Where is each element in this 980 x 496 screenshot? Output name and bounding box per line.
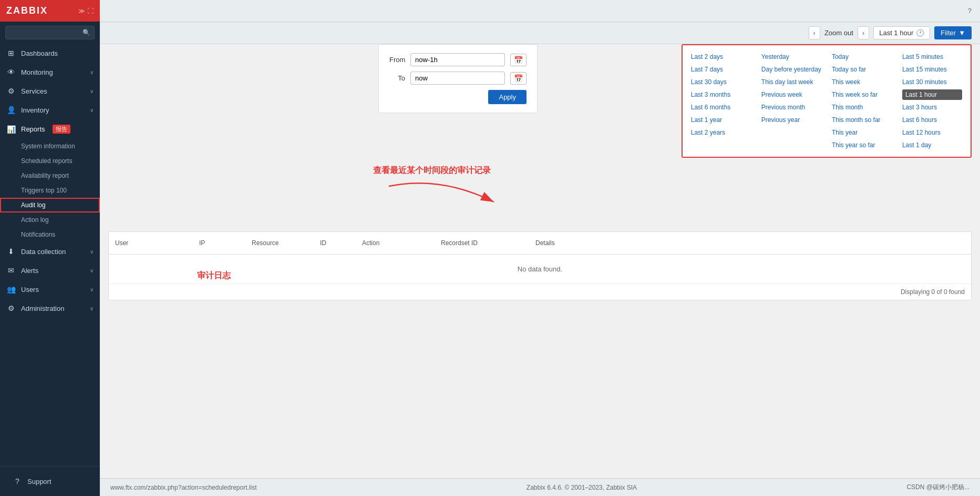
fullscreen-icon[interactable]: ⛶: [87, 7, 94, 15]
app-container: ZABBIX ≫ ⛶ 🔍 ⊞ Dashboards 👁 Monitoring ∨: [0, 0, 980, 496]
qs-last-1-hour[interactable]: Last 1 hour: [902, 89, 962, 100]
from-calendar-button[interactable]: 📅: [510, 54, 527, 66]
sidebar-subitem-triggers-top-100[interactable]: Triggers top 100: [0, 183, 100, 198]
qs-last-3-months[interactable]: Last 3 months: [691, 89, 751, 100]
chevron-down-icon: ∨: [90, 268, 94, 274]
logo-icons: ≫ ⛶: [78, 7, 94, 15]
sidebar-item-label: Users: [21, 286, 39, 293]
qs-day-before-yesterday[interactable]: Day before yesterday: [761, 64, 821, 75]
sidebar-item-services[interactable]: ⚙ Services ∨: [0, 82, 100, 100]
footer-right: CSDN @碳烤小肥杨...: [906, 483, 969, 492]
administration-icon: ⚙: [6, 304, 16, 312]
to-label: To: [389, 74, 405, 82]
filter-form: From 📅 To 📅 Apply: [378, 44, 538, 113]
qs-today-so-far[interactable]: Today so far: [832, 64, 892, 75]
no-data-message: No data found.: [109, 255, 971, 284]
sidebar-subitem-system-info[interactable]: System information: [0, 139, 100, 154]
sidebar-item-inventory[interactable]: 👤 Inventory ∨: [0, 100, 100, 119]
search-icon: 🔍: [82, 29, 90, 36]
sidebar-subitem-notifications[interactable]: Notifications: [0, 227, 100, 242]
from-input[interactable]: [410, 53, 505, 66]
qs-previous-year[interactable]: Previous year: [761, 115, 821, 125]
sidebar-item-label: Reports: [21, 125, 45, 133]
qs-last-30-min[interactable]: Last 30 minutes: [902, 77, 962, 87]
inventory-icon: 👤: [6, 106, 16, 114]
qs-empty-1: [761, 127, 821, 138]
qs-this-year[interactable]: This year: [832, 127, 892, 138]
sidebar-item-support[interactable]: ? Support: [6, 472, 94, 491]
footer-url: www.ftx.com/zabbix.php?action=scheduledr…: [110, 484, 256, 491]
qs-empty-2: [691, 140, 751, 150]
support-icon: ?: [13, 477, 22, 485]
sidebar-subitem-audit-log[interactable]: Audit log: [0, 198, 100, 212]
alerts-icon: ✉: [6, 266, 16, 275]
qs-last-6-hours[interactable]: Last 6 hours: [902, 115, 962, 125]
qs-yesterday[interactable]: Yesterday: [761, 52, 821, 62]
content-header: ‹ Zoom out › Last 1 hour 🕐 Filter ▼: [100, 22, 980, 44]
apply-button[interactable]: Apply: [488, 90, 527, 104]
chevron-down-icon: ∨: [90, 287, 94, 292]
qs-last-6-months[interactable]: Last 6 months: [691, 102, 751, 113]
main-content: ? ‹ Zoom out › Last 1 hour 🕐 Filter ▼ Fr…: [100, 0, 980, 496]
sidebar-item-reports[interactable]: 📊 Reports 报告: [0, 119, 100, 139]
qs-previous-month[interactable]: Previous month: [761, 102, 821, 113]
qs-this-day-last-week[interactable]: This day last week: [761, 77, 821, 87]
last-hour-selector[interactable]: Last 1 hour 🕐: [873, 26, 930, 39]
zoom-back-button[interactable]: ‹: [809, 26, 820, 39]
sidebar-nav: ⊞ Dashboards 👁 Monitoring ∨ ⚙ Services ∨…: [0, 44, 100, 466]
to-calendar-button[interactable]: 📅: [510, 72, 527, 85]
services-icon: ⚙: [6, 87, 16, 95]
sidebar-item-alerts[interactable]: ✉ Alerts ∨: [0, 261, 100, 280]
qs-last-3-hours[interactable]: Last 3 hours: [902, 102, 962, 113]
col-action: Action: [356, 236, 435, 250]
qs-last-7-days[interactable]: Last 7 days: [691, 64, 751, 75]
dashboards-icon: ⊞: [6, 49, 16, 57]
qs-last-2-days[interactable]: Last 2 days: [691, 52, 751, 62]
search-wrap: 🔍: [5, 26, 95, 39]
reports-badge: 报告: [53, 125, 70, 134]
sidebar-subitem-scheduled-reports[interactable]: Scheduled reports: [0, 154, 100, 168]
sidebar-item-label: Support: [27, 478, 51, 485]
logo-text: ZABBIX: [6, 5, 48, 16]
qs-this-month[interactable]: This month: [832, 102, 892, 113]
sidebar-item-label: Dashboards: [21, 49, 58, 57]
expand-icon[interactable]: ≫: [78, 7, 85, 15]
qs-previous-week[interactable]: Previous week: [761, 89, 821, 100]
qs-this-year-so-far[interactable]: This year so far: [832, 140, 892, 150]
sidebar-item-monitoring[interactable]: 👁 Monitoring ∨: [0, 63, 100, 82]
to-row: To 📅: [389, 72, 527, 85]
reports-icon: 📊: [6, 125, 16, 134]
sidebar-item-administration[interactable]: ⚙ Administration ∨: [0, 299, 100, 318]
filter-button[interactable]: Filter ▼: [934, 26, 972, 39]
zoom-forward-button[interactable]: ›: [858, 26, 869, 39]
displaying-count: Displaying 0 of 0 found: [109, 284, 971, 300]
quick-select-panel: Last 2 days Yesterday Today Last 5 minut…: [682, 44, 972, 158]
sidebar-item-label: Data collection: [21, 248, 66, 256]
sidebar-item-dashboards[interactable]: ⊞ Dashboards: [0, 44, 100, 63]
qs-last-15-min[interactable]: Last 15 minutes: [902, 64, 962, 75]
search-input[interactable]: [5, 26, 95, 39]
sidebar-item-users[interactable]: 👥 Users ∨: [0, 280, 100, 299]
table-area: User IP Resource ID Action Recordset ID …: [108, 231, 972, 300]
annotation-hint: 查看最近某个时间段的审计记录: [373, 165, 491, 176]
qs-this-month-so-far[interactable]: This month so far: [832, 115, 892, 125]
qs-last-5-min[interactable]: Last 5 minutes: [902, 52, 962, 62]
qs-this-week[interactable]: This week: [832, 77, 892, 87]
chevron-down-icon: ∨: [90, 306, 94, 311]
to-input[interactable]: [410, 72, 505, 85]
table-header: User IP Resource ID Action Recordset ID …: [109, 232, 971, 255]
sidebar-item-label: Alerts: [21, 267, 38, 275]
qs-last-12-hours[interactable]: Last 12 hours: [902, 127, 962, 138]
qs-last-2-years[interactable]: Last 2 years: [691, 127, 751, 138]
qs-last-1-year[interactable]: Last 1 year: [691, 115, 751, 125]
qs-last-30-days[interactable]: Last 30 days: [691, 77, 751, 87]
content-body: From 📅 To 📅 Apply Last 2 days Yesterday …: [100, 44, 980, 478]
sidebar-item-data-collection[interactable]: ⬇ Data collection ∨: [0, 242, 100, 261]
qs-this-week-so-far[interactable]: This week so far: [832, 89, 892, 100]
help-icon[interactable]: ?: [968, 7, 972, 15]
filter-label: Filter: [941, 29, 956, 37]
qs-last-1-day[interactable]: Last 1 day: [902, 140, 962, 150]
qs-today[interactable]: Today: [832, 52, 892, 62]
sidebar-subitem-availability-report[interactable]: Availability report: [0, 168, 100, 183]
sidebar-subitem-action-log[interactable]: Action log: [0, 212, 100, 227]
